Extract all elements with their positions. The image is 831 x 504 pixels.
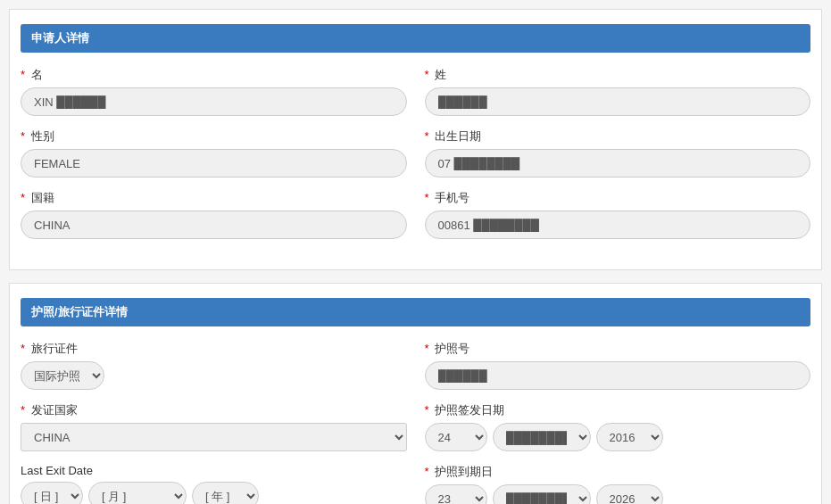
nationality-label: * 国籍 (21, 190, 407, 206)
gender-label: * 性别 (21, 128, 407, 145)
expiry-day-select[interactable]: 23 (425, 484, 487, 504)
first-name-input[interactable] (21, 87, 407, 116)
exit-date-group: Last Exit Date [ 日 ] [ 月 ] [ 年 ] (21, 464, 407, 504)
passport-header-text: 护照/旅行证件详情 (31, 305, 128, 318)
phone-group: * 手机号 (425, 190, 811, 239)
name-row: * 名 * 姓 (21, 67, 810, 116)
expiry-year-select[interactable]: 2026 (596, 484, 663, 504)
last-name-required-star: * (425, 68, 429, 81)
issuing-country-required-star: * (21, 403, 25, 417)
exit-date-label: Last Exit Date (21, 464, 407, 477)
dob-label: * 出生日期 (425, 128, 811, 145)
first-name-group: * 名 (21, 67, 407, 116)
travel-doc-select[interactable]: 国际护照 (21, 361, 104, 390)
exit-date-month-select[interactable]: [ 月 ] (88, 482, 187, 504)
travel-doc-inline: 国际护照 (21, 361, 407, 390)
last-name-label: * 姓 (425, 67, 811, 83)
phone-input[interactable] (425, 211, 811, 239)
expiry-required-star: * (425, 465, 429, 478)
issuing-country-inline: CHINA (21, 423, 407, 451)
passport-section-header: 护照/旅行证件详情 (21, 298, 810, 326)
phone-label: * 手机号 (425, 190, 811, 206)
passport-no-label: * 护照号 (425, 341, 811, 357)
passport-no-input[interactable] (425, 361, 811, 390)
dob-group: * 出生日期 (425, 128, 811, 178)
applicant-section: 申请人详情 * 名 * 姓 * 性别 (9, 9, 822, 270)
issue-date-group: * 护照签发日期 24 ████████ 2016 (425, 402, 811, 451)
dob-required-star: * (425, 129, 429, 143)
gender-group: * 性别 (21, 128, 407, 178)
applicant-section-header: 申请人详情 (21, 24, 810, 53)
first-name-label: * 名 (21, 67, 407, 83)
exit-date-inputs: [ 日 ] [ 月 ] [ 年 ] (21, 482, 407, 504)
expiry-month-select[interactable]: ████████ (493, 484, 591, 504)
gender-dob-row: * 性别 * 出生日期 (21, 128, 810, 178)
travel-doc-required-star: * (21, 342, 25, 355)
issue-date-label: * 护照签发日期 (425, 402, 811, 418)
travel-doc-label: * 旅行证件 (21, 341, 407, 357)
nationality-input[interactable] (21, 211, 407, 239)
exit-date-day-select[interactable]: [ 日 ] (21, 482, 83, 504)
nationality-phone-row: * 国籍 * 手机号 (21, 190, 810, 239)
issue-date-day-select[interactable]: 24 (425, 423, 487, 451)
issue-date-year-select[interactable]: 2016 (596, 423, 663, 451)
last-name-input[interactable] (425, 87, 811, 116)
applicant-header-text: 申请人详情 (31, 31, 89, 45)
issuing-country-select[interactable]: CHINA (21, 423, 407, 451)
exit-date-year-select[interactable]: [ 年 ] (192, 482, 259, 504)
travel-doc-passport-row: * 旅行证件 国际护照 * 护照号 (21, 341, 810, 390)
expiry-date-inputs: 23 ████████ 2026 (425, 484, 811, 504)
issuing-country-label: * 发证国家 (21, 402, 407, 418)
travel-doc-group: * 旅行证件 国际护照 (21, 341, 407, 390)
last-name-group: * 姓 (425, 67, 811, 116)
nationality-group: * 国籍 (21, 190, 407, 239)
passport-section: 护照/旅行证件详情 * 旅行证件 国际护照 * 护照号 * (9, 283, 822, 504)
issuing-country-issue-date-row: * 发证国家 CHINA * 护照签发日期 24 ████████ (21, 402, 810, 451)
issue-date-inputs: 24 ████████ 2016 (425, 423, 811, 451)
issue-date-month-select[interactable]: ████████ (493, 423, 591, 451)
dob-input[interactable] (425, 149, 811, 178)
gender-input[interactable] (21, 149, 407, 178)
expiry-date-label: * 护照到期日 (425, 464, 811, 480)
passport-no-required-star: * (425, 342, 429, 355)
nationality-required-star: * (21, 191, 25, 204)
passport-no-group: * 护照号 (425, 341, 811, 390)
issuing-country-group: * 发证国家 CHINA (21, 402, 407, 451)
exit-date-expiry-row: Last Exit Date [ 日 ] [ 月 ] [ 年 ] * 护照到期日 (21, 464, 810, 504)
expiry-date-group: * 护照到期日 23 ████████ 2026 (425, 464, 811, 504)
phone-required-star: * (425, 191, 429, 204)
first-name-required-star: * (21, 68, 25, 81)
issue-date-required-star: * (425, 403, 429, 417)
gender-required-star: * (21, 129, 25, 143)
